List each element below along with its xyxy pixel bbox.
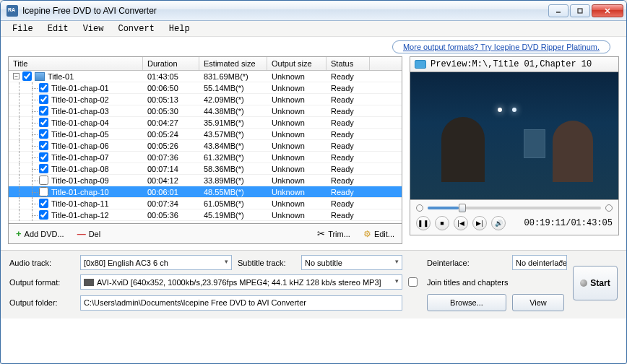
table-row[interactable]: Title-01-chap-09 00:04:12 33.89MB(*) Unk… xyxy=(9,175,402,186)
menu-convert[interactable]: Convert xyxy=(111,22,161,36)
table-row-root[interactable]: − Title-01 01:43:05 831.69MB(*) Unknown … xyxy=(9,71,402,82)
row-checkbox[interactable] xyxy=(22,72,32,81)
row-checkbox[interactable] xyxy=(39,187,48,196)
row-out: Unknown xyxy=(267,199,327,208)
row-duration: 00:07:14 xyxy=(143,165,199,173)
marker-start[interactable] xyxy=(416,204,423,212)
maximize-button[interactable] xyxy=(570,4,590,17)
row-checkbox[interactable] xyxy=(39,152,48,162)
table-row[interactable]: Title-01-chap-01 00:06:50 55.14MB(*) Unk… xyxy=(9,82,402,94)
row-name: Title-01-chap-02 xyxy=(51,95,109,104)
output-folder-input[interactable]: C:\Users\admin\Documents\Icepine Free DV… xyxy=(80,295,402,311)
row-est: 35.91MB(*) xyxy=(199,118,267,127)
row-duration: 00:05:24 xyxy=(143,130,199,139)
start-button[interactable]: Start xyxy=(573,266,618,300)
preview-header: Preview:M:\,Title 01,Chapter 10 xyxy=(410,56,619,72)
table-row[interactable]: Title-01-chap-12 00:05:36 45.19MB(*) Unk… xyxy=(9,209,402,221)
del-button[interactable]: —Del xyxy=(74,228,104,240)
col-duration[interactable]: Duration xyxy=(143,57,199,70)
row-checkbox[interactable] xyxy=(39,118,48,127)
table-row[interactable]: Title-01-chap-03 00:05:30 44.38MB(*) Unk… xyxy=(9,105,402,117)
volume-button[interactable]: 🔊 xyxy=(491,216,506,230)
start-icon xyxy=(580,280,587,287)
player-controls: ❚❚ ■ |◀ ▶| 🔊 00:19:11/01:43:05 xyxy=(410,200,619,235)
window-title: Icepine Free DVD to AVI Converter xyxy=(22,6,548,16)
row-status: Ready xyxy=(327,199,370,208)
deinterlace-select[interactable]: No deinterlace xyxy=(512,255,567,270)
row-name: Title-01-chap-11 xyxy=(51,199,109,208)
row-name: Title-01 xyxy=(48,72,74,81)
row-status: Ready xyxy=(327,211,370,220)
subtitle-track-select[interactable]: No subtitle xyxy=(301,255,402,270)
minus-icon: — xyxy=(77,229,86,239)
col-output[interactable]: Output size xyxy=(267,57,327,70)
stop-button[interactable]: ■ xyxy=(435,216,449,230)
col-estimated[interactable]: Estimated size xyxy=(199,57,267,70)
row-status: Ready xyxy=(327,118,370,127)
row-checkbox[interactable] xyxy=(39,164,48,173)
row-est: 42.09MB(*) xyxy=(199,95,267,104)
row-name: Title-01-chap-01 xyxy=(51,84,109,92)
table-row[interactable]: Title-01-chap-11 00:07:34 61.05MB(*) Unk… xyxy=(9,198,402,209)
promo-link[interactable]: More output formats? Try Icepine DVD Rip… xyxy=(392,40,610,53)
svg-rect-1 xyxy=(578,9,582,13)
menu-file[interactable]: File xyxy=(5,22,40,36)
row-out: Unknown xyxy=(267,211,327,220)
table-row[interactable]: Title-01-chap-02 00:05:13 42.09MB(*) Unk… xyxy=(9,94,402,105)
menu-edit[interactable]: Edit xyxy=(40,22,76,36)
audio-track-label: Audio track: xyxy=(9,259,74,267)
close-button[interactable] xyxy=(592,4,623,17)
row-est: 33.89MB(*) xyxy=(199,176,267,185)
row-status: Ready xyxy=(327,176,370,185)
row-checkbox[interactable] xyxy=(39,95,48,104)
output-format-select[interactable]: AVI-XviD [640x352, 1000kb/s,23.976fps MP… xyxy=(80,274,402,290)
edit-button[interactable]: ⚙Edit... xyxy=(360,228,397,240)
plus-icon: + xyxy=(16,228,22,239)
row-duration: 00:05:26 xyxy=(143,142,199,150)
table-body[interactable]: − Title-01 01:43:05 831.69MB(*) Unknown … xyxy=(9,71,402,223)
table-row[interactable]: Title-01-chap-05 00:05:24 43.57MB(*) Unk… xyxy=(9,129,402,140)
trim-button[interactable]: ✂Trim... xyxy=(314,227,353,240)
preview-video[interactable] xyxy=(410,72,619,200)
table-row[interactable]: Title-01-chap-06 00:05:26 43.84MB(*) Unk… xyxy=(9,140,402,152)
menu-view[interactable]: View xyxy=(76,22,111,36)
film-icon xyxy=(84,279,94,286)
row-out: Unknown xyxy=(267,107,327,116)
titlebar[interactable]: Icepine Free DVD to AVI Converter xyxy=(1,1,626,21)
table-row[interactable]: Title-01-chap-10 00:06:01 48.55MB(*) Unk… xyxy=(9,186,402,198)
table-row[interactable]: Title-01-chap-04 00:04:27 35.91MB(*) Unk… xyxy=(9,117,402,129)
audio-track-select[interactable]: [0x80] English AC3 6 ch xyxy=(80,255,232,270)
row-checkbox[interactable] xyxy=(39,83,48,92)
expand-icon[interactable]: − xyxy=(13,73,20,79)
row-checkbox[interactable] xyxy=(39,210,48,220)
progress-slider[interactable] xyxy=(428,207,601,209)
pause-button[interactable]: ❚❚ xyxy=(416,216,431,230)
prev-button[interactable]: |◀ xyxy=(454,216,468,230)
table-row[interactable]: Title-01-chap-08 00:07:14 58.36MB(*) Unk… xyxy=(9,163,402,175)
join-checkbox[interactable] xyxy=(408,277,418,287)
row-duration: 01:43:05 xyxy=(143,72,199,81)
col-status[interactable]: Status xyxy=(327,57,370,70)
col-title[interactable]: Title xyxy=(9,57,143,70)
browse-button[interactable]: Browse... xyxy=(427,294,506,311)
marker-end[interactable] xyxy=(605,204,613,212)
row-checkbox[interactable] xyxy=(39,199,48,208)
row-out: Unknown xyxy=(267,95,327,104)
row-status: Ready xyxy=(327,84,370,92)
row-checkbox[interactable] xyxy=(39,176,48,185)
table-row[interactable]: Title-01-chap-07 00:07:36 61.32MB(*) Unk… xyxy=(9,152,402,163)
row-duration: 00:06:50 xyxy=(143,84,199,92)
row-est: 61.32MB(*) xyxy=(199,153,267,162)
minimize-button[interactable] xyxy=(548,4,568,17)
subtitle-track-label: Subtitle track: xyxy=(238,259,295,267)
row-name: Title-01-chap-06 xyxy=(51,142,109,150)
row-checkbox[interactable] xyxy=(39,129,48,139)
add-dvd-button[interactable]: +Add DVD... xyxy=(13,227,67,240)
row-checkbox[interactable] xyxy=(39,141,48,150)
menu-help[interactable]: Help xyxy=(162,22,197,36)
next-button[interactable]: ▶| xyxy=(472,216,487,230)
tv-icon xyxy=(415,60,426,69)
row-checkbox[interactable] xyxy=(39,106,48,116)
view-button[interactable]: View xyxy=(512,294,564,311)
row-out: Unknown xyxy=(267,130,327,139)
